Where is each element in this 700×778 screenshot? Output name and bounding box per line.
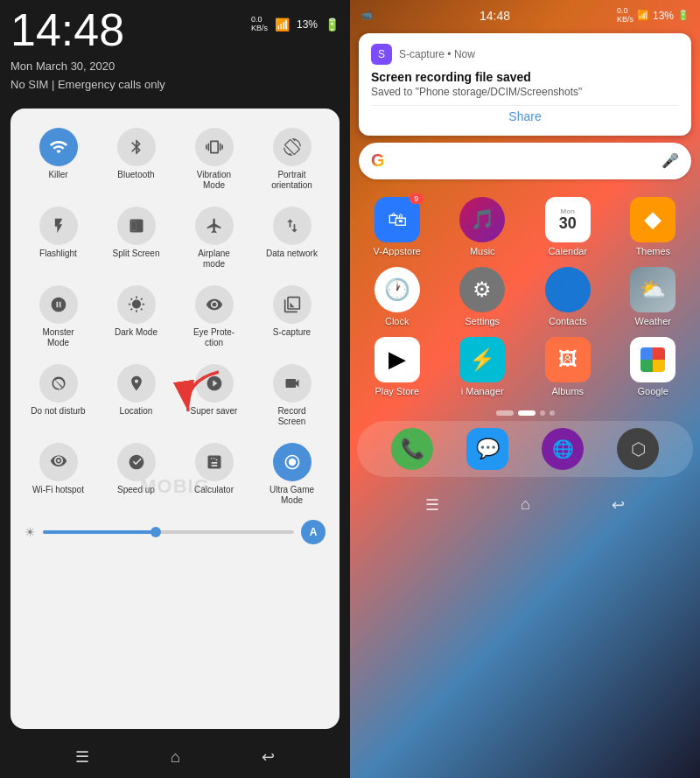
page-dot-4 bbox=[550, 410, 555, 416]
app-contacts[interactable]: 👤 Contacts bbox=[528, 267, 608, 326]
dock: 📞 💬 🌐 ⬡ bbox=[357, 421, 693, 477]
qs-monster-label: MonsterMode bbox=[42, 327, 74, 348]
date-line2: No SIM | Emergency calls only bbox=[10, 76, 340, 95]
qs-flashlight-icon bbox=[39, 207, 78, 245]
qs-airplane-icon bbox=[195, 207, 234, 245]
qs-monster[interactable]: MonsterMode bbox=[21, 280, 95, 354]
page-dot-3 bbox=[540, 410, 545, 416]
dock-phone[interactable]: 📞 bbox=[391, 428, 433, 470]
qs-scapture[interactable]: S-capture bbox=[255, 280, 329, 354]
app-themes-icon: ◆ bbox=[630, 197, 676, 242]
app-settings-label: Settings bbox=[465, 316, 500, 326]
nav-home-left[interactable]: ⌂ bbox=[171, 748, 180, 767]
nav-bar-left: ☰ ⌂ ↩ bbox=[0, 736, 350, 778]
dock-more[interactable]: ⬡ bbox=[617, 428, 659, 470]
app-playstore[interactable]: ▶ Play Store bbox=[357, 337, 438, 396]
qs-supersaver-label: Super saver bbox=[191, 406, 238, 417]
nav-home-right[interactable]: ⌂ bbox=[521, 495, 530, 514]
app-clock-icon: 🕐 bbox=[374, 267, 420, 312]
qs-airplane[interactable]: Airplanemode bbox=[177, 201, 251, 275]
app-albums[interactable]: 🖼 Albums bbox=[528, 337, 608, 396]
app-settings[interactable]: ⚙ Settings bbox=[443, 267, 523, 326]
app-calendar[interactable]: Mon 30 Calendar bbox=[528, 197, 608, 256]
qs-supersaver[interactable]: Super saver bbox=[177, 359, 251, 432]
qs-vibration-icon bbox=[195, 128, 234, 166]
app-music[interactable]: 🎵 Music bbox=[443, 197, 523, 256]
qs-data[interactable]: Data network bbox=[255, 201, 329, 275]
dock-messages[interactable]: 💬 bbox=[466, 428, 508, 470]
wifi-icon-right: 📶 bbox=[637, 10, 649, 21]
time-display-right: 14:48 bbox=[480, 9, 510, 23]
battery-right: 13% bbox=[653, 10, 674, 22]
qs-wifi-hotspot-label: Wi-Fi hotspot bbox=[32, 485, 84, 495]
qs-bluetooth-label: Bluetooth bbox=[117, 170, 154, 180]
app-albums-icon: 🖼 bbox=[545, 337, 591, 382]
qs-data-icon bbox=[273, 207, 312, 245]
nav-menu-right[interactable]: ☰ bbox=[425, 495, 439, 515]
vappstore-badge: 9 bbox=[410, 193, 424, 204]
status-left-icons: 📹 bbox=[360, 10, 373, 21]
camera-indicator: 📹 bbox=[360, 10, 373, 21]
qs-portrait[interactable]: Portraitorientation bbox=[255, 123, 329, 196]
qs-monster-icon bbox=[39, 285, 78, 324]
nav-menu-left[interactable]: ☰ bbox=[75, 747, 89, 767]
qs-dark[interactable]: Dark Mode bbox=[99, 280, 173, 354]
qs-ultra[interactable]: Ultra GameMode bbox=[255, 438, 329, 511]
qs-killer-label: Killer bbox=[48, 170, 67, 180]
search-bar[interactable]: G 🎤 bbox=[359, 143, 691, 179]
page-dot-2 bbox=[518, 410, 536, 416]
qs-dnd-label: Do not disturb bbox=[31, 406, 85, 417]
qs-ultra-label: Ultra GameMode bbox=[270, 485, 314, 506]
app-clock[interactable]: 🕐 Clock bbox=[357, 267, 438, 326]
quick-settings-panel: Killer Bluetooth VibrationMode Portraito… bbox=[10, 109, 340, 729]
app-imanager[interactable]: ⚡ i Manager bbox=[443, 337, 523, 396]
qs-scapture-label: S-capture bbox=[273, 327, 311, 338]
qs-speedup[interactable]: Speed up bbox=[99, 438, 173, 511]
app-google-icon bbox=[630, 337, 676, 382]
nav-bar-right: ☰ ⌂ ↩ bbox=[350, 484, 700, 526]
app-weather[interactable]: ⛅ Weather bbox=[613, 267, 694, 326]
qs-calculator[interactable]: Calculator bbox=[177, 438, 251, 511]
qs-portrait-icon bbox=[273, 128, 312, 166]
google-logo: G bbox=[371, 151, 385, 171]
user-avatar: A bbox=[301, 520, 326, 544]
app-google[interactable]: Google bbox=[613, 337, 694, 396]
app-calendar-label: Calendar bbox=[548, 246, 587, 256]
qs-split-icon bbox=[117, 207, 156, 245]
time-display-left: 14:48 bbox=[10, 7, 124, 53]
brightness-bar[interactable]: ☀ A bbox=[21, 520, 329, 544]
notification-card: S S-capture • Now Screen recording file … bbox=[359, 33, 691, 136]
notif-body: Saved to "Phone storage/DCIM/Screenshots… bbox=[371, 86, 679, 98]
status-bar-right: 📹 14:48 0.0KB/s 📶 13% 🔋 bbox=[350, 0, 700, 28]
status-right-icons: 0.0KB/s 📶 13% 🔋 bbox=[617, 7, 690, 25]
app-themes-label: Themes bbox=[635, 246, 670, 256]
qs-ultra-icon bbox=[273, 443, 312, 481]
brightness-thumb bbox=[150, 527, 161, 537]
brightness-icon: ☀ bbox=[24, 525, 36, 539]
app-music-label: Music bbox=[470, 246, 495, 256]
svg-point-0 bbox=[288, 458, 295, 465]
app-playstore-icon: ▶ bbox=[374, 337, 420, 382]
notif-share-button[interactable]: Share bbox=[371, 105, 679, 125]
watermark: MOBIG bbox=[140, 475, 210, 498]
nav-back-right[interactable]: ↩ bbox=[612, 495, 625, 515]
mic-icon[interactable]: 🎤 bbox=[662, 152, 679, 169]
qs-split[interactable]: Split Screen bbox=[99, 201, 173, 275]
qs-flashlight[interactable]: Flashlight bbox=[21, 201, 95, 275]
dock-browser[interactable]: 🌐 bbox=[542, 428, 584, 470]
qs-wifi-hotspot[interactable]: Wi-Fi hotspot bbox=[21, 438, 95, 511]
qs-killer-icon bbox=[39, 128, 78, 166]
nav-back-left[interactable]: ↩ bbox=[262, 747, 275, 767]
qs-dnd[interactable]: Do not disturb bbox=[21, 359, 95, 432]
qs-vibration[interactable]: VibrationMode bbox=[177, 123, 251, 196]
qs-killer[interactable]: Killer bbox=[21, 123, 95, 196]
qs-bluetooth[interactable]: Bluetooth bbox=[99, 123, 173, 196]
app-themes[interactable]: ◆ Themes bbox=[613, 197, 694, 256]
brightness-track[interactable] bbox=[43, 530, 294, 534]
qs-record[interactable]: RecordScreen bbox=[255, 359, 329, 432]
qs-location[interactable]: Location bbox=[99, 359, 173, 432]
app-vappstore[interactable]: 🛍 9 V-Appstore bbox=[357, 197, 438, 256]
qs-flashlight-label: Flashlight bbox=[39, 249, 77, 259]
date-line1: Mon March 30, 2020 bbox=[10, 58, 340, 76]
qs-eye[interactable]: Eye Prote-ction bbox=[177, 280, 251, 354]
